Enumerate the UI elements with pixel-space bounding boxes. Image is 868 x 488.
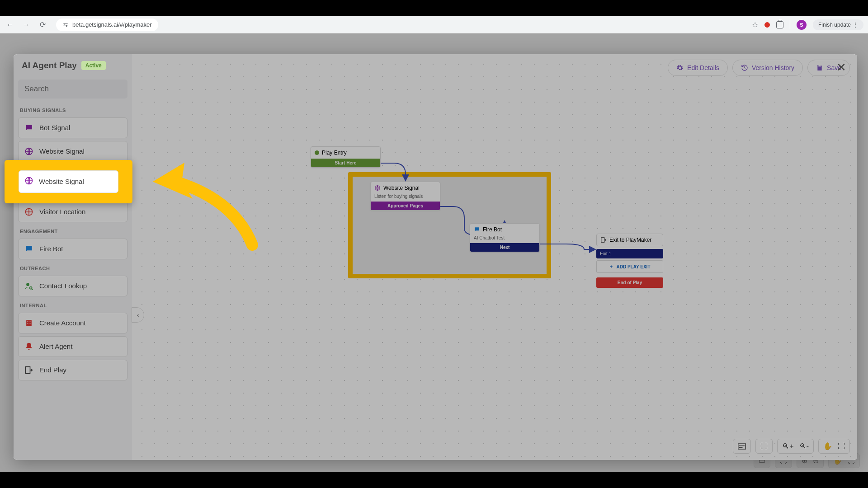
letterbox (0, 0, 868, 16)
sidebar-item-label: Visitor Location (39, 208, 85, 216)
globe-location-icon (24, 207, 34, 217)
bookmark-icon[interactable]: ☆ (752, 20, 758, 29)
node-play-entry[interactable]: Play Entry Start Here (311, 146, 381, 168)
sidebar: BUYING SIGNALS Bot Signal Website Signal… (14, 54, 132, 460)
minimap-button[interactable] (733, 439, 751, 454)
chat-icon (474, 226, 480, 233)
highlight-label: Website Signal (39, 178, 84, 185)
collapse-sidebar-button[interactable]: ‹ (132, 307, 144, 323)
notification-dot-icon[interactable] (764, 22, 770, 28)
sidebar-item-label: Fire Bot (39, 245, 63, 253)
divider (790, 20, 790, 29)
node-website-signal[interactable]: Website Signal Listen for buying signals… (370, 182, 440, 211)
globe-icon (24, 146, 34, 156)
canvas[interactable]: Edit Details Version History Save ‹ (132, 54, 857, 460)
exit-icon (600, 237, 607, 243)
node-title: Play Entry (322, 150, 347, 156)
svg-rect-13 (601, 238, 604, 243)
node-footer[interactable]: Next (470, 243, 539, 252)
section-header: OUTREACH (18, 262, 127, 273)
sidebar-item-alert-agent[interactable]: Alert Agent (18, 336, 127, 357)
exit-slot[interactable]: Exit 1 (596, 249, 663, 258)
node-footer[interactable]: Approved Pages (371, 202, 440, 210)
zoom-out-button[interactable]: 🔍︎- (799, 442, 809, 450)
history-icon (741, 64, 748, 71)
sidebar-item-label: Contact Lookup (39, 282, 87, 290)
gear-icon (676, 64, 684, 71)
sidebar-item-label: Bot Signal (39, 124, 70, 131)
back-button[interactable]: ← (5, 19, 15, 30)
add-play-exit-button[interactable]: ＋ADD PLAY EXIT (596, 260, 663, 273)
add-exit-label: ADD PLAY EXIT (616, 264, 650, 269)
reload-button[interactable]: ⟳ (37, 19, 48, 30)
fit-button[interactable]: ⛶ (755, 439, 773, 454)
node-title: Website Signal (383, 185, 420, 191)
bell-icon (24, 342, 34, 352)
chat-icon (24, 123, 34, 133)
building-icon (24, 318, 34, 328)
playmaker-modal: AI Agent Play Active ✕ BUYING SIGNALS Bo… (14, 54, 857, 460)
person-search-icon (24, 281, 34, 291)
sidebar-item-create-account[interactable]: Create Account (18, 313, 127, 333)
plus-icon: ＋ (609, 263, 613, 270)
fullscreen-button[interactable]: ⛶ (838, 442, 845, 450)
svg-rect-15 (739, 445, 745, 446)
pan-button[interactable]: ✋ (823, 442, 832, 450)
sidebar-item-label: Create Account (39, 319, 86, 327)
edit-details-label: Edit Details (687, 64, 719, 71)
section-header: ENGAGEMENT (18, 225, 127, 236)
sidebar-item-end-play[interactable]: End Play (18, 360, 127, 380)
version-history-button[interactable]: Version History (732, 60, 803, 76)
save-icon (816, 64, 823, 71)
svg-rect-6 (26, 320, 32, 326)
fit-icon: ⛶ (760, 442, 768, 450)
finish-update-label: Finish update (818, 22, 851, 28)
close-button[interactable]: ✕ (835, 61, 848, 74)
node-title: Exit to PlayMaker (609, 237, 651, 243)
globe-icon (24, 176, 33, 187)
search-input[interactable] (18, 80, 127, 99)
edit-details-button[interactable]: Edit Details (668, 60, 728, 76)
zoom-in-button[interactable]: 🔍︎+ (782, 442, 793, 450)
sidebar-item-contact-lookup[interactable]: Contact Lookup (18, 276, 127, 296)
app-surface: ▭ ⛶ ⊕⊖ ✋⛶ AI Agent Play Active ✕ BUYING … (0, 33, 868, 472)
sidebar-item-visitor-location[interactable]: Visitor Location (18, 202, 127, 222)
svg-point-4 (26, 283, 29, 286)
svg-rect-10 (30, 323, 31, 324)
minimap-icon (738, 443, 746, 450)
node-subtitle: Listen for buying signals (371, 194, 440, 202)
forward-button[interactable]: → (21, 19, 32, 30)
highlight-website-signal: Website Signal (5, 160, 132, 203)
node-fire-bot[interactable]: Fire Bot AI Chatbot Test Next (470, 223, 540, 252)
end-of-play[interactable]: End of Play (596, 277, 663, 288)
modal-title: AI Agent Play (22, 61, 77, 70)
node-footer[interactable]: Start Here (311, 159, 380, 167)
status-badge: Active (81, 61, 106, 70)
svg-point-0 (64, 23, 65, 24)
sidebar-item-label: Alert Agent (39, 343, 72, 350)
extensions-icon[interactable] (776, 21, 783, 28)
node-exit[interactable]: Exit to PlayMaker Exit 1 ＋ADD PLAY EXIT … (596, 234, 663, 288)
sidebar-item-fire-bot[interactable]: Fire Bot (18, 239, 127, 259)
url-text: beta.getsignals.ai/#/playmaker (72, 21, 152, 28)
svg-rect-8 (30, 321, 31, 322)
svg-point-5 (30, 287, 32, 289)
chat-bubble-icon (24, 244, 34, 254)
node-title: Fire Bot (483, 226, 502, 233)
finish-update-button[interactable]: Finish update⋮ (813, 19, 863, 30)
sidebar-item-website-signal-highlighted[interactable]: Website Signal (19, 170, 118, 193)
url-bar[interactable]: beta.getsignals.ai/#/playmaker (56, 19, 158, 31)
sidebar-item-label: End Play (39, 366, 66, 374)
browser-toolbar: ← → ⟳ beta.getsignals.ai/#/playmaker ☆ S… (0, 16, 868, 33)
svg-rect-7 (28, 321, 28, 322)
svg-rect-9 (28, 323, 28, 324)
svg-rect-11 (26, 367, 30, 374)
svg-rect-14 (738, 444, 746, 449)
section-header: INTERNAL (18, 299, 127, 310)
sidebar-item-bot-signal[interactable]: Bot Signal (18, 117, 127, 138)
exit-icon (24, 365, 34, 375)
globe-icon (374, 185, 381, 191)
sidebar-item-website-signal[interactable]: Website Signal (18, 141, 127, 162)
profile-avatar[interactable]: S (797, 20, 807, 30)
node-subtitle: AI Chatbot Test (470, 235, 539, 243)
